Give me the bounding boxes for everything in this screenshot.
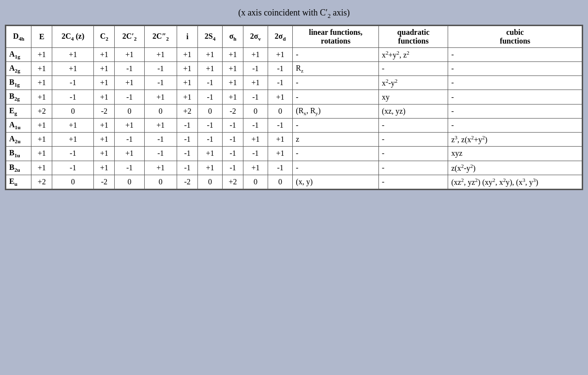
cell-val-6: -1 — [198, 118, 223, 132]
table-header-row: D4h E 2C4 (z) C2 2C′2 2C″2 i 2S4 σh 2σv … — [6, 26, 582, 47]
cell-val-9: +1 — [268, 47, 293, 61]
cell-quadratic: - — [378, 133, 448, 147]
cell-val-7: +1 — [223, 61, 243, 75]
cell-val-9: 0 — [268, 175, 293, 189]
cell-val-6: -1 — [198, 76, 223, 90]
cell-val-3: +1 — [115, 76, 144, 90]
cell-val-4: +1 — [144, 90, 177, 104]
cell-val-2: -2 — [94, 175, 115, 189]
cell-val-6: +1 — [198, 161, 223, 175]
cell-val-4: +1 — [144, 118, 177, 132]
subtitle: (x axis coincident with C′2 axis) — [238, 8, 350, 20]
header-2C4: 2C4 (z) — [52, 26, 94, 47]
cell-val-5: -1 — [177, 147, 198, 161]
cell-quadratic: - — [378, 61, 448, 75]
cell-linear: (x, y) — [293, 175, 379, 189]
cell-val-3: -1 — [115, 61, 144, 75]
cell-val-7: +1 — [223, 76, 243, 90]
cell-val-9: +1 — [268, 90, 293, 104]
cell-val-1: +1 — [52, 133, 94, 147]
cell-val-0: +1 — [31, 76, 52, 90]
cell-quadratic: - — [378, 147, 448, 161]
cell-linear: - — [293, 147, 379, 161]
cell-cubic: (xz2, yz2) (xy2, x2y), (x3, y3) — [448, 175, 582, 189]
cell-quadratic: xy — [378, 90, 448, 104]
table-row: B1g+1-1+1+1-1+1-1+1+1-1-x2-y2- — [6, 76, 582, 90]
cell-cubic: - — [448, 90, 582, 104]
cell-val-5: -1 — [177, 133, 198, 147]
cell-val-2: +1 — [94, 76, 115, 90]
cell-label: B2g — [6, 90, 31, 104]
header-cubic: cubicfunctions — [448, 26, 582, 47]
header-i: i — [177, 26, 198, 47]
cell-val-4: 0 — [144, 175, 177, 189]
table-row: B2g+1-1+1-1+1+1-1+1-1+1-xy- — [6, 90, 582, 104]
cell-val-1: -1 — [52, 76, 94, 90]
cell-val-1: 0 — [52, 175, 94, 189]
header-2sigma-d: 2σd — [268, 26, 293, 47]
cell-val-0: +1 — [31, 118, 52, 132]
cell-val-8: +1 — [243, 47, 268, 61]
cell-val-9: -1 — [268, 61, 293, 75]
cell-val-1: +1 — [52, 47, 94, 61]
cell-quadratic: - — [378, 161, 448, 175]
header-quadratic: quadraticfunctions — [378, 26, 448, 47]
cell-quadratic: x2+y2, z2 — [378, 47, 448, 61]
cell-linear: - — [293, 90, 379, 104]
cell-val-1: -1 — [52, 90, 94, 104]
cell-quadratic: x2-y2 — [378, 76, 448, 90]
cell-val-5: +1 — [177, 90, 198, 104]
cell-val-7: -2 — [223, 104, 243, 118]
cell-val-8: -1 — [243, 118, 268, 132]
cell-val-3: 0 — [115, 104, 144, 118]
cell-val-8: +1 — [243, 76, 268, 90]
cell-label: A1g — [6, 47, 31, 61]
cell-val-7: -1 — [223, 133, 243, 147]
cell-val-6: -1 — [198, 90, 223, 104]
cell-val-7: -1 — [223, 118, 243, 132]
cell-val-7: +2 — [223, 175, 243, 189]
cell-val-8: +1 — [243, 161, 268, 175]
cell-val-9: +1 — [268, 147, 293, 161]
header-2C2p: 2C′2 — [115, 26, 144, 47]
cell-val-6: +1 — [198, 147, 223, 161]
cell-val-5: -1 — [177, 161, 198, 175]
cell-val-1: -1 — [52, 161, 94, 175]
cell-val-5: -1 — [177, 118, 198, 132]
cell-label: A2u — [6, 133, 31, 147]
cell-label: Eg — [6, 104, 31, 118]
cell-val-4: -1 — [144, 61, 177, 75]
cell-val-1: +1 — [52, 61, 94, 75]
cell-linear: - — [293, 118, 379, 132]
cell-label: Eu — [6, 175, 31, 189]
cell-val-1: +1 — [52, 118, 94, 132]
cell-val-2: -2 — [94, 104, 115, 118]
cell-val-2: +1 — [94, 147, 115, 161]
cell-val-3: -1 — [115, 161, 144, 175]
cell-val-5: +1 — [177, 76, 198, 90]
table-row: Eu+20-200-20+200(x, y)-(xz2, yz2) (xy2, … — [6, 175, 582, 189]
cell-val-7: +1 — [223, 47, 243, 61]
cell-linear: - — [293, 161, 379, 175]
cell-val-8: -1 — [243, 61, 268, 75]
cell-quadratic: - — [378, 118, 448, 132]
cell-cubic: z3, z(x2+y2) — [448, 133, 582, 147]
cell-val-4: +1 — [144, 161, 177, 175]
cell-val-9: +1 — [268, 133, 293, 147]
header-sigma-h: σh — [223, 26, 243, 47]
cell-val-0: +1 — [31, 161, 52, 175]
cell-linear: z — [293, 133, 379, 147]
cell-val-8: 0 — [243, 104, 268, 118]
cell-linear: - — [293, 76, 379, 90]
cell-label: A1u — [6, 118, 31, 132]
cell-val-1: -1 — [52, 147, 94, 161]
table-row: B1u+1-1+1+1-1-1+1-1-1+1--xyz — [6, 147, 582, 161]
cell-cubic: xyz — [448, 147, 582, 161]
cell-val-2: +1 — [94, 133, 115, 147]
cell-quadratic: (xz, yz) — [378, 104, 448, 118]
cell-val-8: 0 — [243, 175, 268, 189]
cell-val-4: -1 — [144, 133, 177, 147]
cell-val-2: +1 — [94, 47, 115, 61]
header-linear: linear functions,rotations — [293, 26, 379, 47]
cell-val-1: 0 — [52, 104, 94, 118]
